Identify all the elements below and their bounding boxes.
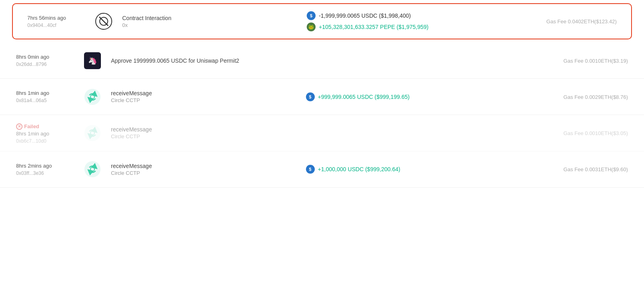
- tx-gas-col: Gas Fee 0.0010ETH($3.05): [539, 129, 628, 137]
- tx-protocol: Circle CCTP: [111, 170, 306, 176]
- tx-desc-col: Approve 1999999.0065 USDC for Uniswap Pe…: [105, 57, 306, 64]
- tx-protocol: 0x: [122, 22, 307, 28]
- tx-desc-col: receiveMessageCircle CCTP: [105, 163, 306, 176]
- tx-time: 8hrs 0min ago: [16, 54, 80, 60]
- table-row[interactable]: 8hrs 0min ago0x26dd...8796 🦄 Approve 199…: [0, 43, 644, 79]
- failed-label: Failed: [24, 123, 39, 129]
- tx-desc-col: receiveMessageCircle CCTP: [105, 90, 306, 103]
- tx-desc-col: receiveMessageCircle CCTP: [105, 126, 306, 139]
- tx-gas-fee: Gas Fee 0.0010ETH($3.19): [564, 58, 628, 64]
- tx-time-col: ✕Failed8hrs 1min ago0xb6c7...10d0: [16, 122, 80, 144]
- tx-amounts-col: $+999,999.0065 USDC ($999,199.65): [306, 92, 539, 101]
- tx-amounts-col: $+1,000,000 USDC ($999,200.64): [306, 165, 539, 174]
- tx-icon-col: [92, 13, 116, 30]
- usdc-coin-icon: $: [307, 11, 316, 20]
- tx-icon-col: [80, 125, 105, 141]
- tx-amount-row: $+999,999.0065 USDC ($999,199.65): [306, 92, 410, 101]
- failed-icon: ✕: [16, 123, 23, 130]
- svg-point-9: [84, 161, 100, 177]
- tx-gas-col: Gas Fee 0.0402ETH($123.42): [528, 18, 617, 25]
- tx-time-col: 8hrs 1min ago0x81a4...06a5: [16, 90, 80, 103]
- table-row[interactable]: ✕Failed8hrs 1min ago0xb6c7...10d0 receiv…: [0, 115, 644, 152]
- tx-gas-fee: Gas Fee 0.0402ETH($123.42): [546, 18, 617, 25]
- tx-time: 7hrs 56mins ago: [27, 15, 92, 21]
- usdc-coin-icon: $: [306, 92, 315, 101]
- tx-amount-value: +105,328,301,633.3257 PEPE ($1,975,959): [319, 24, 429, 30]
- transaction-list: 7hrs 56mins ago0x9404...40cf Contract In…: [0, 3, 644, 188]
- tx-hash[interactable]: 0x03ff...3e36: [16, 170, 80, 176]
- tx-time-col: 8hrs 0min ago0x26dd...8796: [16, 54, 80, 67]
- tx-time-col: 7hrs 56mins ago0x9404...40cf: [27, 15, 92, 28]
- usdc-coin-icon: $: [306, 165, 315, 174]
- svg-text:🦄: 🦄: [88, 56, 97, 65]
- failed-badge: ✕Failed: [16, 123, 39, 130]
- tx-hash[interactable]: 0xb6c7...10d0: [16, 138, 80, 144]
- svg-point-5: [84, 89, 100, 105]
- svg-point-7: [84, 125, 100, 141]
- tx-hash[interactable]: 0x81a4...06a5: [16, 98, 80, 103]
- tx-method: Contract Interaction: [122, 15, 307, 21]
- tx-time: 8hrs 1min ago: [16, 131, 80, 137]
- tx-gas-fee: Gas Fee 0.0029ETH($8.76): [564, 94, 628, 100]
- tx-method: receiveMessage: [111, 90, 306, 96]
- tx-icon-col: 🦄: [80, 52, 105, 69]
- tx-amount-value: -1,999,999.0065 USDC ($1,998,400): [319, 12, 411, 19]
- tx-icon-col: [80, 161, 105, 178]
- tx-method: receiveMessage: [111, 126, 306, 133]
- tx-hash[interactable]: 0x26dd...8796: [16, 61, 80, 67]
- tx-time: 8hrs 2mins ago: [16, 163, 80, 169]
- tx-method: Approve 1999999.0065 USDC for Uniswap Pe…: [111, 57, 306, 64]
- pepe-coin-icon: 🐸: [307, 23, 316, 31]
- tx-amount-row: 🐸+105,328,301,633.3257 PEPE ($1,975,959): [307, 23, 429, 31]
- tx-gas-col: Gas Fee 0.0010ETH($3.19): [539, 57, 628, 64]
- tx-gas-fee: Gas Fee 0.0010ETH($3.05): [564, 130, 628, 136]
- tx-desc-col: Contract Interaction0x: [116, 15, 307, 28]
- tx-time: 8hrs 1min ago: [16, 90, 80, 96]
- tx-gas-col: Gas Fee 0.0029ETH($8.76): [539, 93, 628, 100]
- tx-amounts-col: $-1,999,999.0065 USDC ($1,998,400)🐸+105,…: [307, 11, 528, 31]
- tx-time-col: 8hrs 2mins ago0x03ff...3e36: [16, 163, 80, 176]
- tx-amount-row: $-1,999,999.0065 USDC ($1,998,400): [307, 11, 411, 20]
- tx-method: receiveMessage: [111, 163, 306, 169]
- tx-gas-fee: Gas Fee 0.0031ETH($9.60): [564, 166, 628, 172]
- tx-gas-col: Gas Fee 0.0031ETH($9.60): [539, 166, 628, 173]
- tx-icon-col: [80, 88, 105, 105]
- table-row[interactable]: 8hrs 2mins ago0x03ff...3e36 receiveMessa…: [0, 152, 644, 188]
- tx-amount-row: $+1,000,000 USDC ($999,200.64): [306, 165, 400, 174]
- tx-amount-value: +1,000,000 USDC ($999,200.64): [318, 166, 400, 172]
- table-row[interactable]: 7hrs 56mins ago0x9404...40cf Contract In…: [12, 3, 632, 39]
- table-row[interactable]: 8hrs 1min ago0x81a4...06a5 receiveMessag…: [0, 79, 644, 115]
- tx-amount-value: +999,999.0065 USDC ($999,199.65): [318, 94, 410, 100]
- tx-protocol: Circle CCTP: [111, 97, 306, 103]
- tx-protocol: Circle CCTP: [111, 133, 306, 139]
- tx-hash[interactable]: 0x9404...40cf: [27, 23, 92, 28]
